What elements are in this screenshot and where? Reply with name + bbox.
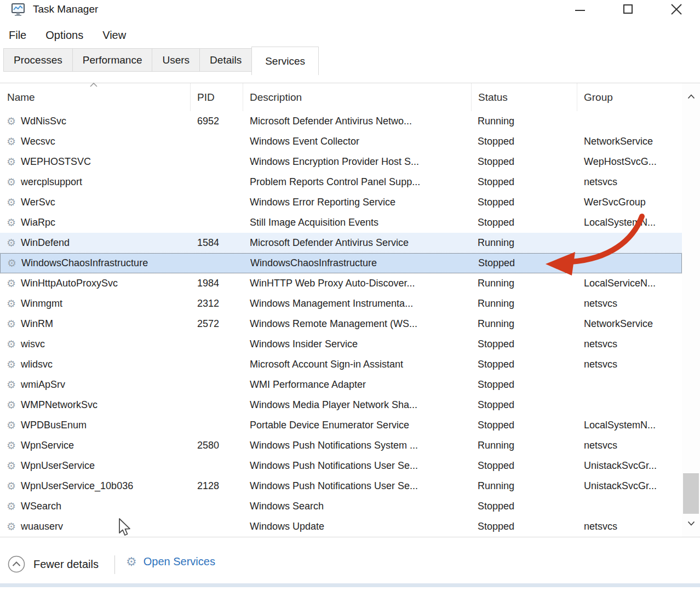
column-header-group[interactable]: Group — [577, 91, 682, 104]
footer-divider — [114, 555, 115, 574]
service-status: Stopped — [471, 501, 577, 512]
service-group: NetworkService — [577, 318, 682, 330]
minimize-button[interactable] — [563, 0, 597, 19]
tab-services[interactable]: Services — [251, 47, 319, 75]
gear-icon: ⚙ — [7, 400, 16, 410]
service-description: WindowsChaosInfrastructure — [243, 257, 472, 269]
service-description: Windows Encryption Provider Host S... — [243, 156, 471, 168]
service-pid: 6952 — [190, 116, 243, 127]
service-name: wisvc — [21, 338, 45, 350]
table-row[interactable]: ⚙WerSvc Windows Error Reporting Service … — [0, 192, 682, 213]
service-description: Windows Management Instrumenta... — [243, 298, 471, 309]
service-description: Windows Update — [243, 521, 471, 532]
open-services-label: Open Services — [144, 555, 215, 568]
service-description: Still Image Acquisition Events — [243, 217, 471, 228]
column-header-status[interactable]: Status — [471, 91, 577, 104]
service-description: Windows Remote Management (WS... — [243, 318, 471, 330]
table-row[interactable]: ⚙WEPHOSTSVC Windows Encryption Provider … — [0, 152, 682, 172]
service-status: Running — [471, 237, 577, 249]
table-row[interactable]: ⚙WdNisSvc 6952 Microsoft Defender Antivi… — [0, 111, 682, 131]
window-title: Task Manager — [33, 3, 98, 15]
menu-item-view[interactable]: View — [100, 28, 128, 43]
scroll-up-button[interactable] — [682, 88, 700, 106]
task-manager-window: Task Manager FileOptionsView ProcessesPe… — [0, 0, 700, 591]
tab-strip: ProcessesPerformanceUsersDetailsServices — [3, 47, 319, 76]
maximize-icon — [621, 2, 635, 16]
service-pid: 1984 — [190, 278, 243, 289]
service-group: netsvcs — [577, 359, 682, 370]
service-group: netsvcs — [577, 176, 682, 188]
service-group: netsvcs — [577, 298, 682, 309]
open-services-link[interactable]: ⚙ Open Services — [126, 555, 215, 568]
service-status: Stopped — [471, 217, 577, 228]
table-row[interactable]: ⚙WiaRpc Still Image Acquisition Events S… — [0, 213, 682, 233]
table-row[interactable]: ⚙wmiApSrv WMI Performance Adapter Stoppe… — [0, 375, 682, 395]
tab-users[interactable]: Users — [152, 48, 200, 72]
gear-icon: ⚙ — [7, 278, 16, 289]
gear-icon: ⚙ — [126, 556, 137, 568]
tab-details[interactable]: Details — [199, 48, 252, 72]
table-row[interactable]: ⚙Wecsvc Windows Event Collector Stopped … — [0, 131, 682, 152]
gear-icon: ⚙ — [7, 521, 16, 532]
table-row[interactable]: ⚙WpnUserService Windows Push Notificatio… — [0, 456, 682, 476]
table-row[interactable]: ⚙WinDefend 1584 Microsoft Defender Antiv… — [0, 233, 682, 253]
column-header-description[interactable]: Description — [243, 91, 471, 104]
tab-performance[interactable]: Performance — [72, 48, 153, 72]
service-group: netsvcs — [577, 521, 682, 532]
scroll-up-icon — [687, 94, 695, 99]
service-name: WPDBusEnum — [21, 420, 87, 431]
service-description: Microsoft Defender Antivirus Netwo... — [243, 116, 471, 127]
table-row[interactable]: ⚙WPDBusEnum Portable Device Enumerator S… — [0, 415, 682, 435]
service-status: Stopped — [471, 379, 577, 391]
tab-processes[interactable]: Processes — [3, 48, 73, 72]
service-description: Problem Reports Control Panel Supp... — [243, 176, 471, 188]
table-row[interactable]: ⚙wlidsvc Microsoft Account Sign-in Assis… — [0, 354, 682, 375]
menu-item-file[interactable]: File — [7, 28, 28, 43]
table-row[interactable]: ⚙wisvc Windows Insider Service Stopped n… — [0, 334, 682, 354]
service-description: Portable Device Enumerator Service — [243, 420, 471, 431]
column-header-pid[interactable]: PID — [190, 91, 243, 104]
table-row[interactable]: ⚙wuauserv Windows Update Stopped netsvcs — [0, 517, 682, 537]
service-name: wuauserv — [21, 521, 63, 532]
gear-icon: ⚙ — [7, 217, 16, 228]
table-row[interactable]: ⚙WpnService 2580 Windows Push Notificati… — [0, 435, 682, 456]
close-button[interactable] — [659, 0, 693, 19]
service-pid: 2128 — [190, 480, 243, 492]
service-status: Stopped — [472, 257, 577, 269]
service-status: Stopped — [471, 399, 577, 411]
table-row[interactable]: ⚙WSearch Windows Search Stopped — [0, 496, 682, 517]
service-description: Windows Error Reporting Service — [243, 197, 471, 208]
service-description: Windows Insider Service — [243, 338, 471, 350]
table-row[interactable]: ⚙wercplsupport Problem Reports Control P… — [0, 172, 682, 192]
gear-icon: ⚙ — [7, 481, 16, 491]
service-description: Windows Push Notifications User Se... — [243, 460, 471, 472]
gear-icon: ⚙ — [7, 501, 16, 512]
menu-item-options[interactable]: Options — [43, 28, 85, 43]
table-header-row: NamePIDDescriptionStatusGroup — [0, 83, 682, 111]
table-row[interactable]: ⚙WMPNetworkSvc Windows Media Player Netw… — [0, 395, 682, 415]
footer-bar: Fewer details ⚙ Open Services — [0, 537, 700, 587]
table-row[interactable]: ⚙WpnUserService_10b036 2128 Windows Push… — [0, 476, 682, 496]
service-group: netsvcs — [577, 338, 682, 350]
gear-icon: ⚙ — [7, 359, 16, 370]
scroll-down-button[interactable] — [682, 514, 700, 532]
table-row[interactable]: ⚙WindowsChaosInfrastructure WindowsChaos… — [0, 253, 682, 273]
window-bottom-edge — [0, 583, 700, 587]
table-row[interactable]: ⚙Winmgmt 2312 Windows Management Instrum… — [0, 294, 682, 314]
service-status: Running — [471, 298, 577, 309]
service-description: Windows Push Notifications User Se... — [243, 480, 471, 492]
maximize-button[interactable] — [611, 0, 645, 19]
table-row[interactable]: ⚙WinRM 2572 Windows Remote Management (W… — [0, 314, 682, 334]
vertical-scrollbar[interactable] — [682, 83, 700, 537]
service-status: Stopped — [471, 197, 577, 208]
scrollbar-thumb[interactable] — [683, 473, 699, 514]
fewer-details-button[interactable]: Fewer details — [8, 555, 99, 573]
gear-icon: ⚙ — [7, 177, 16, 187]
service-name: WpnUserService — [21, 460, 95, 472]
column-header-name[interactable]: Name — [0, 91, 190, 104]
gear-icon: ⚙ — [7, 440, 16, 451]
service-status: Running — [471, 278, 577, 289]
table-row[interactable]: ⚙WinHttpAutoProxySvc 1984 WinHTTP Web Pr… — [0, 273, 682, 294]
service-status: Stopped — [471, 156, 577, 168]
close-icon — [669, 2, 684, 17]
